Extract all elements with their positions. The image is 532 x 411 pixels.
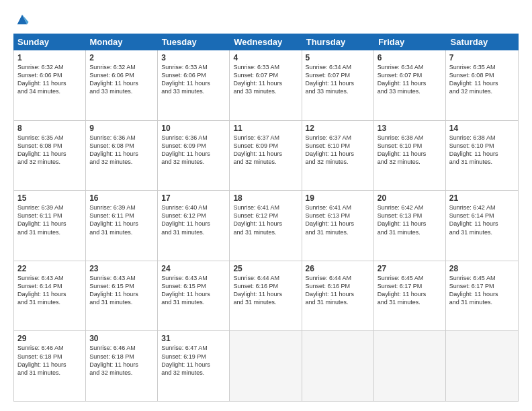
day-number: 10 xyxy=(161,124,226,133)
day-info: Sunrise: 6:37 AM Sunset: 6:09 PM Dayligh… xyxy=(233,134,298,167)
day-info: Sunrise: 6:41 AM Sunset: 6:13 PM Dayligh… xyxy=(306,203,370,236)
calendar-cell: 16Sunrise: 6:39 AM Sunset: 6:11 PM Dayli… xyxy=(86,191,158,261)
header-day-thursday: Thursday xyxy=(302,34,374,50)
calendar-cell: 7Sunrise: 6:35 AM Sunset: 6:08 PM Daylig… xyxy=(446,50,518,120)
calendar-cell xyxy=(302,331,374,401)
day-number: 3 xyxy=(161,53,226,62)
calendar-cell xyxy=(374,331,446,401)
day-info: Sunrise: 6:43 AM Sunset: 6:14 PM Dayligh… xyxy=(17,274,82,307)
day-number: 16 xyxy=(89,193,154,203)
day-info: Sunrise: 6:42 AM Sunset: 6:13 PM Dayligh… xyxy=(378,203,442,236)
logo-icon xyxy=(15,12,30,27)
day-info: Sunrise: 6:42 AM Sunset: 6:14 PM Dayligh… xyxy=(449,203,515,236)
day-number: 12 xyxy=(306,124,370,133)
day-number: 19 xyxy=(306,193,370,203)
day-number: 27 xyxy=(378,264,442,273)
calendar-week-4: 22Sunrise: 6:43 AM Sunset: 6:14 PM Dayli… xyxy=(14,261,518,332)
calendar-cell: 17Sunrise: 6:40 AM Sunset: 6:12 PM Dayli… xyxy=(158,191,230,261)
calendar-cell xyxy=(446,331,518,401)
day-info: Sunrise: 6:33 AM Sunset: 6:07 PM Dayligh… xyxy=(233,63,298,96)
calendar-cell: 21Sunrise: 6:42 AM Sunset: 6:14 PM Dayli… xyxy=(446,191,518,261)
header-day-monday: Monday xyxy=(85,34,157,50)
calendar-header: SundayMondayTuesdayWednesdayThursdayFrid… xyxy=(13,34,519,50)
calendar-week-2: 8Sunrise: 6:35 AM Sunset: 6:08 PM Daylig… xyxy=(14,121,518,191)
day-info: Sunrise: 6:36 AM Sunset: 6:08 PM Dayligh… xyxy=(89,134,154,167)
page: SundayMondayTuesdayWednesdayThursdayFrid… xyxy=(0,0,532,411)
calendar-grid: 1Sunrise: 6:32 AM Sunset: 6:06 PM Daylig… xyxy=(13,50,519,402)
day-info: Sunrise: 6:46 AM Sunset: 6:18 PM Dayligh… xyxy=(17,344,82,377)
calendar-cell: 22Sunrise: 6:43 AM Sunset: 6:14 PM Dayli… xyxy=(14,261,86,331)
day-number: 14 xyxy=(449,124,515,133)
day-info: Sunrise: 6:34 AM Sunset: 6:07 PM Dayligh… xyxy=(306,63,370,96)
day-info: Sunrise: 6:47 AM Sunset: 6:19 PM Dayligh… xyxy=(161,344,226,377)
day-info: Sunrise: 6:38 AM Sunset: 6:10 PM Dayligh… xyxy=(378,134,442,167)
calendar-cell: 14Sunrise: 6:38 AM Sunset: 6:10 PM Dayli… xyxy=(446,121,518,191)
day-number: 29 xyxy=(17,334,82,343)
day-number: 30 xyxy=(89,334,154,343)
day-number: 26 xyxy=(306,264,370,273)
day-info: Sunrise: 6:36 AM Sunset: 6:09 PM Dayligh… xyxy=(161,134,226,167)
calendar-cell: 2Sunrise: 6:32 AM Sunset: 6:06 PM Daylig… xyxy=(86,50,158,120)
day-info: Sunrise: 6:44 AM Sunset: 6:16 PM Dayligh… xyxy=(233,274,298,307)
calendar-cell: 5Sunrise: 6:34 AM Sunset: 6:07 PM Daylig… xyxy=(302,50,374,120)
calendar-cell: 29Sunrise: 6:46 AM Sunset: 6:18 PM Dayli… xyxy=(14,331,86,401)
calendar-cell: 26Sunrise: 6:44 AM Sunset: 6:16 PM Dayli… xyxy=(302,261,374,331)
day-number: 18 xyxy=(233,193,298,203)
day-number: 13 xyxy=(378,124,442,133)
day-info: Sunrise: 6:32 AM Sunset: 6:06 PM Dayligh… xyxy=(17,63,82,96)
day-number: 1 xyxy=(17,53,82,62)
header-day-sunday: Sunday xyxy=(13,34,85,50)
day-info: Sunrise: 6:38 AM Sunset: 6:10 PM Dayligh… xyxy=(449,134,515,167)
calendar-cell: 4Sunrise: 6:33 AM Sunset: 6:07 PM Daylig… xyxy=(230,50,302,120)
calendar-cell: 31Sunrise: 6:47 AM Sunset: 6:19 PM Dayli… xyxy=(158,331,230,401)
day-number: 7 xyxy=(449,53,515,62)
day-number: 8 xyxy=(17,124,82,133)
day-number: 17 xyxy=(161,193,226,203)
calendar-cell: 20Sunrise: 6:42 AM Sunset: 6:13 PM Dayli… xyxy=(374,191,446,261)
calendar-cell: 24Sunrise: 6:43 AM Sunset: 6:15 PM Dayli… xyxy=(158,261,230,331)
calendar-cell: 12Sunrise: 6:37 AM Sunset: 6:10 PM Dayli… xyxy=(302,121,374,191)
calendar-cell: 30Sunrise: 6:46 AM Sunset: 6:18 PM Dayli… xyxy=(86,331,158,401)
day-info: Sunrise: 6:37 AM Sunset: 6:10 PM Dayligh… xyxy=(306,134,370,167)
calendar-week-5: 29Sunrise: 6:46 AM Sunset: 6:18 PM Dayli… xyxy=(14,331,518,401)
day-number: 5 xyxy=(306,53,370,62)
calendar-cell: 23Sunrise: 6:43 AM Sunset: 6:15 PM Dayli… xyxy=(86,261,158,331)
day-number: 23 xyxy=(89,264,154,273)
calendar-cell: 28Sunrise: 6:45 AM Sunset: 6:17 PM Dayli… xyxy=(446,261,518,331)
calendar-week-1: 1Sunrise: 6:32 AM Sunset: 6:06 PM Daylig… xyxy=(14,50,518,121)
day-number: 31 xyxy=(161,334,226,343)
logo xyxy=(13,12,30,27)
day-number: 6 xyxy=(378,53,442,62)
calendar-week-3: 15Sunrise: 6:39 AM Sunset: 6:11 PM Dayli… xyxy=(14,191,518,261)
calendar-cell: 18Sunrise: 6:41 AM Sunset: 6:12 PM Dayli… xyxy=(230,191,302,261)
day-info: Sunrise: 6:43 AM Sunset: 6:15 PM Dayligh… xyxy=(161,274,226,307)
header-day-saturday: Saturday xyxy=(447,34,519,50)
calendar-cell: 6Sunrise: 6:34 AM Sunset: 6:07 PM Daylig… xyxy=(374,50,446,120)
day-number: 25 xyxy=(233,264,298,273)
day-number: 24 xyxy=(161,264,226,273)
header-day-tuesday: Tuesday xyxy=(158,34,230,50)
logo-text xyxy=(13,12,30,27)
day-number: 22 xyxy=(17,264,82,273)
calendar-cell: 8Sunrise: 6:35 AM Sunset: 6:08 PM Daylig… xyxy=(14,121,86,191)
calendar-cell: 27Sunrise: 6:45 AM Sunset: 6:17 PM Dayli… xyxy=(374,261,446,331)
calendar-cell: 15Sunrise: 6:39 AM Sunset: 6:11 PM Dayli… xyxy=(14,191,86,261)
day-info: Sunrise: 6:35 AM Sunset: 6:08 PM Dayligh… xyxy=(449,63,515,96)
calendar-cell: 9Sunrise: 6:36 AM Sunset: 6:08 PM Daylig… xyxy=(86,121,158,191)
day-info: Sunrise: 6:35 AM Sunset: 6:08 PM Dayligh… xyxy=(17,134,82,167)
day-number: 28 xyxy=(449,264,515,273)
calendar-cell: 11Sunrise: 6:37 AM Sunset: 6:09 PM Dayli… xyxy=(230,121,302,191)
calendar-cell: 3Sunrise: 6:33 AM Sunset: 6:06 PM Daylig… xyxy=(158,50,230,120)
header-day-friday: Friday xyxy=(374,34,446,50)
day-info: Sunrise: 6:32 AM Sunset: 6:06 PM Dayligh… xyxy=(89,63,154,96)
day-number: 11 xyxy=(233,124,298,133)
calendar-cell xyxy=(230,331,302,401)
day-number: 21 xyxy=(449,193,515,203)
header-day-wednesday: Wednesday xyxy=(230,34,302,50)
header xyxy=(13,12,519,27)
day-number: 15 xyxy=(17,193,82,203)
day-info: Sunrise: 6:34 AM Sunset: 6:07 PM Dayligh… xyxy=(378,63,442,96)
day-info: Sunrise: 6:41 AM Sunset: 6:12 PM Dayligh… xyxy=(233,203,298,236)
day-info: Sunrise: 6:45 AM Sunset: 6:17 PM Dayligh… xyxy=(378,274,442,307)
day-info: Sunrise: 6:33 AM Sunset: 6:06 PM Dayligh… xyxy=(161,63,226,96)
